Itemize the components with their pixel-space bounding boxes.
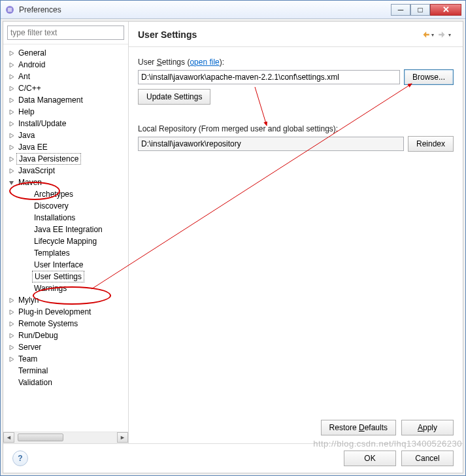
tree-item-label: Mylyn <box>16 295 41 305</box>
tree-item[interactable]: Maven <box>3 177 128 188</box>
tree-item[interactable]: Ant <box>3 71 128 82</box>
preferences-tree[interactable]: GeneralAndroidAntC/C++Data ManagementHel… <box>3 44 128 432</box>
svg-rect-1 <box>8 8 12 12</box>
browse-button[interactable]: Browse... <box>404 69 454 85</box>
tree-item-label: Run/Debug <box>16 330 60 341</box>
tree-item[interactable]: Warnings <box>3 282 128 294</box>
tree-item-label: Data Management <box>16 95 85 105</box>
expand-icon[interactable] <box>7 332 15 339</box>
expand-icon[interactable] <box>7 108 15 116</box>
expand-icon[interactable] <box>7 343 15 351</box>
scroll-thumb[interactable] <box>18 434 63 441</box>
update-settings-button[interactable]: Update Settings <box>138 89 210 105</box>
expand-icon[interactable] <box>7 296 15 304</box>
tree-item-label: Plug-in Development <box>16 307 93 317</box>
tree-item[interactable]: Validation <box>3 377 128 388</box>
app-icon <box>5 5 15 15</box>
cancel-button[interactable]: Cancel <box>401 450 454 466</box>
tree-item[interactable]: Java Persistence <box>3 153 128 165</box>
tree-item[interactable]: C/C++ <box>3 82 128 94</box>
ok-button[interactable]: OK <box>344 450 396 466</box>
forward-icon[interactable] <box>438 30 447 39</box>
tree-item[interactable]: Mylyn <box>3 294 128 306</box>
tree-item[interactable]: User Settings <box>3 271 128 282</box>
tree-item-label: Remote Systems <box>16 318 80 329</box>
tree-item-label: Install/Update <box>16 118 68 129</box>
expand-icon[interactable] <box>7 131 15 139</box>
tree-item[interactable]: Java EE Integration <box>3 224 128 235</box>
tree-item-label: Terminal <box>16 366 50 376</box>
tree-item-label: Help <box>16 107 37 117</box>
back-icon[interactable] <box>421 30 430 39</box>
scroll-left-arrow[interactable]: ◄ <box>3 432 14 443</box>
close-button[interactable]: ✕ <box>430 4 461 16</box>
tree-item[interactable]: Remote Systems <box>3 318 128 330</box>
tree-item[interactable]: Lifecycle Mapping <box>3 235 128 247</box>
tree-item[interactable]: Installations <box>3 212 128 224</box>
tree-item-label: Java EE <box>16 142 50 152</box>
expand-icon[interactable] <box>7 49 15 57</box>
forward-dropdown-icon[interactable]: ▾ <box>448 32 454 38</box>
open-file-link[interactable]: open file <box>190 58 219 67</box>
local-repo-label: Local Repository (From merged user and g… <box>138 124 454 133</box>
tree-item[interactable]: Help <box>3 106 128 118</box>
tree-item[interactable]: Data Management <box>3 94 128 106</box>
right-pane: User Settings ▾ ▾ User Settings (open fi… <box>129 22 463 443</box>
dialog-body: GeneralAndroidAntC/C++Data ManagementHel… <box>3 21 463 473</box>
expand-icon[interactable] <box>7 84 15 92</box>
tree-item-label: Android <box>16 60 47 70</box>
tree-item[interactable]: User Interface <box>3 259 128 271</box>
tree-item[interactable]: Run/Debug <box>3 330 128 341</box>
expand-icon[interactable] <box>7 143 15 151</box>
filter-input[interactable] <box>7 26 124 40</box>
expand-icon[interactable] <box>7 73 15 80</box>
horizontal-scrollbar[interactable]: ◄ ► <box>3 432 128 443</box>
tree-item[interactable]: Templates <box>3 247 128 259</box>
tree-item[interactable]: Server <box>3 341 128 353</box>
page-button-row: Restore Defaults Apply <box>321 420 454 435</box>
tree-item[interactable]: Plug-in Development <box>3 306 128 318</box>
tree-item[interactable]: Java EE <box>3 141 128 153</box>
help-button[interactable]: ? <box>12 450 28 466</box>
expand-icon[interactable] <box>7 155 15 163</box>
expand-icon[interactable] <box>7 96 15 104</box>
maximize-button[interactable]: □ <box>410 4 430 16</box>
tree-item[interactable]: Terminal <box>3 365 128 377</box>
tree-item[interactable]: Team <box>3 353 128 365</box>
scroll-right-arrow[interactable]: ► <box>117 432 128 443</box>
reindex-button[interactable]: Reindex <box>408 136 454 152</box>
tree-item-label: Discovery <box>32 201 71 211</box>
minimize-button[interactable]: ─ <box>391 4 410 16</box>
user-settings-input[interactable] <box>138 70 400 84</box>
tree-item-label: Archetypes <box>32 189 75 199</box>
expand-icon[interactable] <box>7 61 15 69</box>
tree-item[interactable]: Android <box>3 59 128 71</box>
title-bar[interactable]: Preferences ─ □ ✕ <box>1 1 465 19</box>
expand-icon[interactable] <box>7 167 15 175</box>
expand-icon[interactable] <box>7 320 15 328</box>
tree-item-label: Validation <box>16 377 54 388</box>
filter-area <box>7 26 124 40</box>
expand-icon <box>7 379 15 386</box>
tree-item[interactable]: Java <box>3 129 128 141</box>
tree-item[interactable]: Archetypes <box>3 188 128 200</box>
apply-button[interactable]: Apply <box>401 420 454 435</box>
tree-item-label: JavaScript <box>16 165 57 176</box>
tree-item-label: C/C++ <box>16 83 43 94</box>
tree-item-label: Team <box>16 354 39 364</box>
tree-item[interactable]: Install/Update <box>3 118 128 129</box>
back-dropdown-icon[interactable]: ▾ <box>431 32 437 38</box>
restore-defaults-button[interactable]: Restore Defaults <box>321 420 396 435</box>
tree-item[interactable]: Discovery <box>3 200 128 212</box>
expand-icon[interactable] <box>7 308 15 316</box>
collapse-icon[interactable] <box>7 178 15 186</box>
expand-icon[interactable] <box>7 120 15 128</box>
tree-item-label: Server <box>16 342 43 352</box>
tree-item-label: Java Persistence <box>16 153 81 165</box>
tree-item[interactable]: JavaScript <box>3 165 128 177</box>
page-title: User Settings <box>138 29 421 40</box>
window-buttons: ─ □ ✕ <box>391 4 461 16</box>
tree-item[interactable]: General <box>3 47 128 59</box>
expand-icon[interactable] <box>7 355 15 363</box>
tree-item-label: Installations <box>32 212 77 223</box>
